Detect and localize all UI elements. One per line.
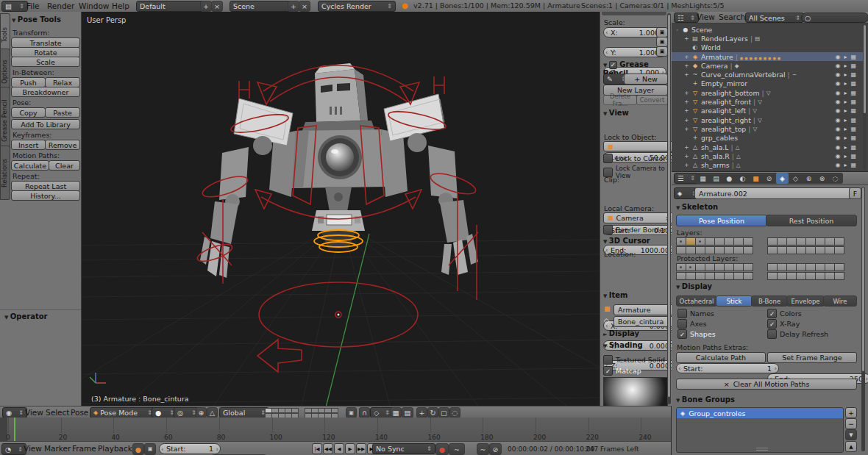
restrict-toggles[interactable]: ◉▸▦ <box>835 90 863 96</box>
display-mode-octahedral[interactable]: Octahedral <box>676 295 717 307</box>
expand-toggle[interactable]: + <box>684 117 689 123</box>
menu-window[interactable]: Window <box>79 0 109 12</box>
viewport-region[interactable]: User Persp (3) Armature : Bone_cintura <box>81 12 600 406</box>
remove-bone-group-button[interactable]: − <box>845 418 857 429</box>
scene-tab[interactable]: ● <box>723 173 736 184</box>
selectable-icon[interactable]: ▸ <box>844 117 847 123</box>
selectable-icon[interactable]: ▸ <box>844 153 847 160</box>
pose-tools-panel-header[interactable]: Pose Tools <box>12 15 61 24</box>
armature-layer-b-7[interactable] <box>834 237 844 246</box>
armature-layer-b-14[interactable] <box>825 246 835 254</box>
display-mode-envelope[interactable]: Envelope <box>786 295 825 307</box>
armature-layers-grid-2[interactable] <box>767 237 844 255</box>
selectable-icon[interactable]: ▸ <box>844 162 847 168</box>
armature-layer-b-4[interactable] <box>805 237 816 246</box>
menu-help[interactable]: Help <box>112 0 129 12</box>
protected-layer-b-8[interactable] <box>767 272 778 280</box>
copy-pose-button[interactable]: Copy <box>11 107 46 118</box>
remove-keyframe-button[interactable]: Remove <box>45 140 80 150</box>
protected-layer-b-10[interactable] <box>786 272 797 280</box>
protected-layer-b-5[interactable] <box>815 263 825 271</box>
protected-layer-14[interactable] <box>733 272 744 280</box>
selectable-icon[interactable]: ▸ <box>844 98 847 105</box>
armature-layer-14[interactable] <box>733 246 744 254</box>
add-layout-button[interactable]: + <box>200 1 212 12</box>
grease-pencil-checkbox[interactable] <box>609 61 617 69</box>
armature-layers-grid-1[interactable] <box>676 237 753 255</box>
jack-transport-icon[interactable]: ⊘ <box>489 443 502 455</box>
lock-scale-y-icon[interactable]: ▣ <box>656 37 668 47</box>
bone-tab[interactable]: ◇ <box>789 173 802 184</box>
calculate-path-button[interactable]: Calculate Path <box>676 352 766 363</box>
protected-layer-15[interactable] <box>743 272 753 280</box>
bone-name-field[interactable]: Bone_cintura <box>613 316 672 327</box>
npanel-scrollbar[interactable] <box>667 13 671 404</box>
move-group-up-button[interactable]: ▲ <box>845 441 857 452</box>
restrict-toggles[interactable]: ◉▸▦ <box>835 98 863 105</box>
path-start-field[interactable]: Start:1 <box>676 363 779 373</box>
expand-toggle[interactable]: + <box>684 35 689 42</box>
shading-panel-header[interactable]: Shading <box>603 341 643 349</box>
outliner-row-sh_arms[interactable]: +△sh_arms|△◉▸▦ <box>672 160 863 169</box>
restrict-toggles[interactable]: ◉▸▦ <box>835 107 863 114</box>
select-menu[interactable]: Select <box>46 406 69 418</box>
protected-layer-12[interactable] <box>714 272 725 280</box>
protected-layer-13[interactable] <box>724 272 734 280</box>
armature-layer-b-3[interactable] <box>796 237 806 246</box>
sync-mode-selector[interactable]: No Sync ⇕ <box>372 443 435 454</box>
colors-checkbox[interactable] <box>767 309 777 318</box>
selectable-icon[interactable]: ▸ <box>844 144 847 151</box>
names-checkbox[interactable] <box>677 309 687 318</box>
outliner-search-input[interactable]: ○ <box>801 12 868 23</box>
opengl-render-anim-button[interactable]: ▤ <box>402 407 413 418</box>
hide-icon[interactable]: ◉ <box>835 126 840 132</box>
protected-layer-b-11[interactable] <box>796 272 806 280</box>
delete-layout-button[interactable]: × <box>211 1 223 12</box>
outliner-search-menu[interactable]: Search <box>719 12 745 23</box>
playback-button-1[interactable]: ◀◀ <box>323 443 333 454</box>
keying-set-lock-icon[interactable]: ▣ <box>144 443 156 455</box>
playback-button-4[interactable]: ▶▶ <box>356 443 366 454</box>
orientation-selector[interactable]: Global ⇕ <box>219 407 269 418</box>
outliner-view-menu[interactable]: View <box>697 12 715 23</box>
outliner-row-arealight_right[interactable]: +▽arealight_right|▽◉▸▦ <box>672 115 863 124</box>
expand-toggle[interactable] <box>684 135 689 141</box>
protected-layer-b-15[interactable] <box>834 272 844 280</box>
history-button[interactable]: History... <box>11 190 80 201</box>
protected-layer-11[interactable] <box>705 272 715 280</box>
renderable-icon[interactable]: ▦ <box>850 117 856 123</box>
selectable-icon[interactable]: ▸ <box>844 90 847 96</box>
editor-type-button[interactable]: ◉ ⇕ <box>2 407 27 418</box>
protected-layer-0[interactable] <box>676 263 686 271</box>
set-frame-range-button[interactable]: Set Frame Range <box>767 352 857 363</box>
armature-layer-5[interactable] <box>724 237 734 246</box>
calculate-button[interactable]: Calculate <box>11 160 49 171</box>
render-border-row[interactable]: Render Border <box>603 225 666 234</box>
menu-file[interactable]: File <box>26 0 40 12</box>
rotate-manipulator-icon[interactable]: ↻ <box>427 407 438 418</box>
playback-button-0[interactable]: |◀ <box>312 443 322 454</box>
scene-selector[interactable]: Scene <box>230 1 294 12</box>
manipulator-toggle[interactable]: ⊕ <box>196 407 207 418</box>
particles-tab[interactable]: ⊗ <box>816 173 828 184</box>
renderable-icon[interactable]: ▦ <box>850 98 856 105</box>
repeat-last-button[interactable]: Repeat Last <box>11 181 80 191</box>
protected-layer-b-0[interactable] <box>767 263 778 271</box>
selectable-icon[interactable]: ▸ <box>844 126 847 132</box>
fake-user-button[interactable]: F <box>849 187 861 199</box>
armature-layer-b-6[interactable] <box>825 237 835 246</box>
protected-layer-b-2[interactable] <box>786 263 797 271</box>
armature-layer-12[interactable] <box>714 246 725 254</box>
renderable-icon[interactable]: ▦ <box>850 54 856 60</box>
clear-button[interactable]: Clear <box>49 160 80 171</box>
matcap-checkbox[interactable] <box>603 366 613 376</box>
constraints-tab[interactable]: ⊘ <box>763 173 775 184</box>
hide-icon[interactable]: ◉ <box>835 162 840 168</box>
hide-icon[interactable]: ◉ <box>835 117 840 123</box>
timeline-view-menu[interactable]: View <box>24 442 42 455</box>
protected-layer-b-12[interactable] <box>805 272 816 280</box>
insert-keyframe-button[interactable]: Insert <box>11 140 46 150</box>
display-panel-header[interactable]: Display <box>676 282 712 290</box>
mode-selector[interactable]: ◈ Pose Mode ⇕ <box>90 407 156 418</box>
operator-panel-header[interactable]: Operator <box>4 312 48 320</box>
